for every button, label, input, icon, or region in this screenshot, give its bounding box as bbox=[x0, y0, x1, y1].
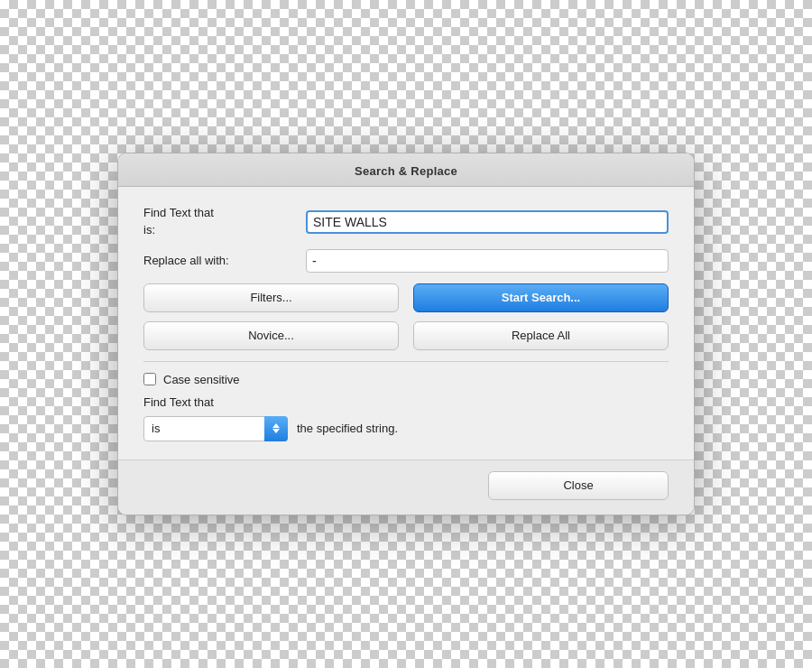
dialog-body: Find Text that is: Replace all with: Fil… bbox=[118, 187, 694, 459]
replace-label: Replace all with: bbox=[143, 253, 306, 269]
select-suffix-row: is contains starts with ends with the sp… bbox=[143, 416, 669, 441]
dialog-shadow: Search & Replace Find Text that is: Repl… bbox=[117, 153, 695, 515]
find-input[interactable] bbox=[306, 210, 669, 234]
dialog-titlebar: Search & Replace bbox=[118, 153, 694, 187]
replace-field-row: Replace all with: bbox=[143, 249, 669, 273]
find-text-label: Find Text that bbox=[143, 395, 669, 409]
case-sensitive-row: Case sensitive bbox=[143, 373, 669, 386]
select-wrapper: is contains starts with ends with bbox=[143, 416, 288, 441]
case-sensitive-label: Case sensitive bbox=[163, 373, 240, 386]
filters-search-row: Filters... Start Search... bbox=[143, 283, 669, 312]
novice-replace-row: Novice... Replace All bbox=[143, 321, 669, 350]
dialog-title: Search & Replace bbox=[355, 164, 457, 178]
search-replace-dialog: Search & Replace Find Text that is: Repl… bbox=[117, 153, 695, 515]
start-search-button[interactable]: Start Search... bbox=[413, 283, 669, 312]
novice-button[interactable]: Novice... bbox=[143, 321, 399, 350]
replace-all-button[interactable]: Replace All bbox=[413, 321, 669, 350]
divider bbox=[143, 361, 669, 362]
dialog-footer: Close bbox=[118, 459, 694, 515]
find-condition-select[interactable]: is contains starts with ends with bbox=[143, 416, 288, 441]
close-button[interactable]: Close bbox=[488, 471, 669, 500]
find-field-row: Find Text that is: bbox=[143, 205, 669, 237]
suffix-text: the specified string. bbox=[297, 422, 398, 435]
case-sensitive-checkbox[interactable] bbox=[143, 373, 156, 385]
filters-button[interactable]: Filters... bbox=[143, 283, 399, 312]
replace-input[interactable] bbox=[306, 249, 669, 273]
find-label: Find Text that is: bbox=[143, 205, 306, 237]
